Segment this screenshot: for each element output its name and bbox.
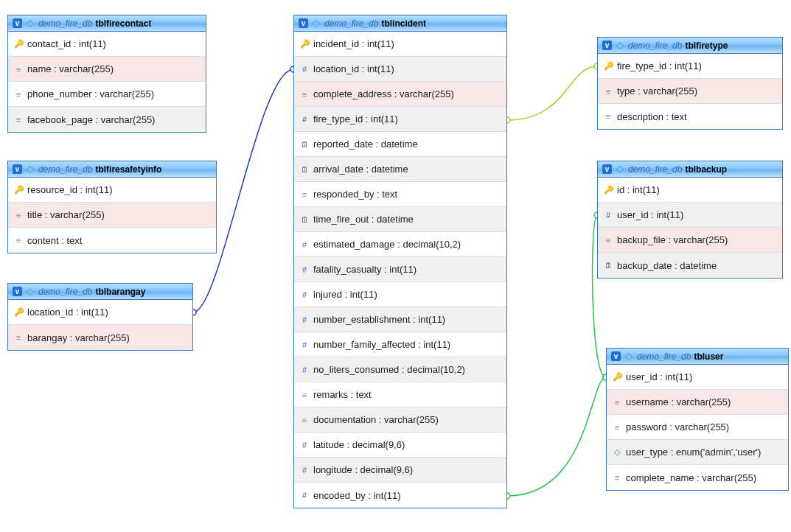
column-row[interactable]: ≡responded_by : text (294, 182, 506, 207)
column-row[interactable]: ◇user_type : enum('admin','user') (607, 440, 788, 465)
en-icon: ◇ (613, 447, 621, 457)
dt-icon: 🗓 (300, 140, 309, 149)
table-tblincident[interactable]: vdemo_fire_db tblincident🔑incident_id : … (293, 15, 507, 508)
column-row[interactable]: ≡name : varchar(255) (8, 57, 206, 82)
table-name: tbluser (694, 351, 723, 362)
txt-icon: ≡ (14, 333, 23, 342)
db-name: demo_fire_db (38, 18, 92, 29)
column-row[interactable]: 🔑location_id : int(11) (8, 300, 192, 325)
db-name: demo_fire_db (38, 287, 92, 297)
gear-icon (25, 18, 35, 29)
view-icon: v (13, 164, 22, 174)
column-label: encoded_by : int(11) (313, 490, 401, 501)
view-icon: v (602, 164, 612, 174)
column-label: fire_type_id : int(11) (313, 113, 398, 125)
column-row[interactable]: ≡remarks : text (294, 382, 506, 407)
column-label: type : varchar(255) (617, 85, 697, 97)
column-row[interactable]: #no_liters_consumed : decimal(10,2) (294, 357, 506, 382)
column-label: fire_type_id : int(11) (617, 60, 702, 71)
table-tbluser[interactable]: vdemo_fire_db tbluser🔑user_id : int(11)≡… (606, 348, 789, 491)
column-row[interactable]: 🔑contact_id : int(11) (8, 32, 206, 57)
db-name: demo_fire_db (637, 351, 691, 362)
key-icon: 🔑 (300, 39, 309, 49)
hash-icon: # (300, 365, 309, 374)
dt-icon: 🗓 (604, 261, 613, 270)
column-row[interactable]: 🗓reported_date : datetime (294, 132, 506, 157)
table-name: tblfirecontact (95, 18, 151, 29)
column-label: reported_date : datetime (313, 139, 418, 150)
column-row[interactable]: #estimated_damage : decimal(10,2) (294, 232, 506, 257)
column-label: contact_id : int(11) (27, 38, 106, 49)
column-row[interactable]: 🔑id : int(11) (598, 178, 782, 203)
column-row[interactable]: ≡description : text (598, 104, 782, 129)
column-label: password : varchar(255) (626, 421, 729, 433)
column-row[interactable]: 🔑incident_id : int(11) (294, 32, 506, 57)
column-row[interactable]: #number_family_affected : int(11) (294, 332, 506, 357)
column-row[interactable]: ≡backup_file : varchar(255) (598, 228, 782, 253)
column-label: fatality_casualty : int(11) (313, 264, 417, 275)
column-row[interactable]: #user_id : int(11) (598, 203, 782, 228)
column-row[interactable]: #injured : int(11) (294, 282, 506, 307)
column-label: title : varchar(255) (27, 209, 105, 220)
table-tblfirecontact[interactable]: vdemo_fire_db tblfirecontact🔑contact_id … (7, 15, 206, 133)
column-row[interactable]: ≡complete_address : varchar(255) (294, 82, 506, 107)
column-label: location_id : int(11) (27, 307, 108, 318)
txt-icon: ≡ (300, 190, 309, 199)
gear-icon (25, 287, 35, 297)
column-label: user_id : int(11) (626, 371, 692, 382)
view-icon: v (13, 287, 22, 296)
column-label: facebook_page : varchar(255) (27, 114, 155, 125)
column-row[interactable]: ≡barangay : varchar(255) (8, 325, 192, 350)
column-row[interactable]: 🗓time_fire_out : datetime (294, 207, 506, 232)
column-row[interactable]: ≡complete_name : varchar(255) (607, 465, 788, 490)
column-row[interactable]: ≡content : text (8, 228, 216, 253)
column-row[interactable]: ≡title : varchar(255) (8, 203, 216, 228)
column-row[interactable]: #longitude : decimal(9,6) (294, 458, 506, 483)
column-row[interactable]: #encoded_by : int(11) (294, 483, 506, 508)
column-label: complete_address : varchar(255) (313, 88, 454, 99)
table-header[interactable]: vdemo_fire_db tblfiresafetyinfo (8, 161, 216, 178)
column-row[interactable]: #fire_type_id : int(11) (294, 107, 506, 132)
column-row[interactable]: 🔑user_id : int(11) (607, 365, 788, 390)
column-label: resource_id : int(11) (27, 184, 113, 195)
table-header[interactable]: vdemo_fire_db tblbarangay (8, 284, 192, 300)
table-name: tblincident (381, 18, 426, 29)
table-header[interactable]: vdemo_fire_db tbluser (607, 349, 788, 365)
column-row[interactable]: #fatality_casualty : int(11) (294, 257, 506, 282)
table-header[interactable]: vdemo_fire_db tblfirecontact (8, 15, 206, 32)
key-icon: 🔑 (604, 61, 613, 71)
column-row[interactable]: 🗓backup_date : datetime (598, 253, 782, 278)
column-label: complete_name : varchar(255) (626, 472, 756, 483)
column-row[interactable]: 🔑fire_type_id : int(11) (598, 54, 782, 79)
column-row[interactable]: ≡password : varchar(255) (607, 415, 788, 440)
column-label: incident_id : int(11) (313, 38, 394, 49)
table-tblbackup[interactable]: vdemo_fire_db tblbackup🔑id : int(11)#use… (597, 161, 783, 279)
column-label: documentation : varchar(255) (313, 414, 439, 425)
table-header[interactable]: vdemo_fire_db tblfiretype (598, 38, 782, 54)
column-row[interactable]: #latitude : decimal(9,6) (294, 433, 506, 458)
table-tblfiretype[interactable]: vdemo_fire_db tblfiretype🔑fire_type_id :… (597, 37, 783, 130)
column-row[interactable]: 🗓arrival_date : datetime (294, 157, 506, 182)
column-row[interactable]: 🔑resource_id : int(11) (8, 178, 216, 203)
gear-icon (615, 41, 625, 51)
table-header[interactable]: vdemo_fire_db tblbackup (598, 161, 782, 178)
table-header[interactable]: vdemo_fire_db tblincident (294, 15, 506, 32)
column-row[interactable]: ≡phone_number : varchar(255) (8, 82, 206, 107)
table-tblbarangay[interactable]: vdemo_fire_db tblbarangay🔑location_id : … (7, 283, 193, 351)
column-label: id : int(11) (617, 184, 660, 195)
view-icon: v (299, 18, 308, 28)
column-label: injured : int(11) (313, 289, 377, 300)
dt-icon: 🗓 (300, 165, 309, 174)
txt-icon: ≡ (604, 87, 613, 96)
column-row[interactable]: ≡documentation : varchar(255) (294, 407, 506, 433)
column-row[interactable]: ≡type : varchar(255) (598, 79, 782, 104)
view-icon: v (13, 18, 22, 28)
key-icon: 🔑 (604, 185, 613, 195)
column-row[interactable]: #location_id : int(11) (294, 57, 506, 82)
column-label: description : text (617, 111, 687, 122)
table-tblfiresafetyinfo[interactable]: vdemo_fire_db tblfiresafetyinfo🔑resource… (7, 161, 217, 253)
column-row[interactable]: ≡username : varchar(255) (607, 390, 788, 415)
table-name: tblbarangay (95, 287, 145, 297)
column-row[interactable]: ≡facebook_page : varchar(255) (8, 107, 206, 132)
column-row[interactable]: #number_establishment : int(11) (294, 307, 506, 332)
